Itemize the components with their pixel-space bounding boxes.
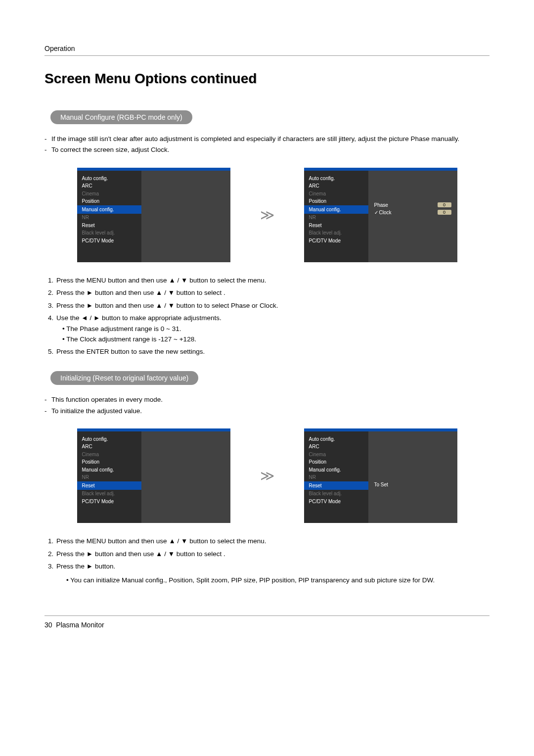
menu-item-selected: Reset: [309, 482, 363, 490]
menu-item: Auto config.: [309, 435, 363, 443]
sub-bullet: • The Phase adjustment range is 0 ~ 31.: [62, 324, 490, 334]
menu-item-selected: Reset: [82, 482, 136, 490]
page-title: Screen Menu Options continued: [44, 71, 490, 87]
menu-item: Reset: [82, 222, 136, 230]
note: • You can initialize Manual config., Pos…: [66, 574, 490, 586]
menu-item: Cinema: [82, 451, 136, 459]
menu-screenshots-row: Auto config. ARC Cinema Position Manual …: [44, 168, 490, 262]
step: Press the ► button. • You can initialize…: [55, 561, 490, 586]
arrow-icon: ≫: [260, 207, 274, 223]
to-set-label: To Set: [374, 482, 451, 487]
step: Press the ► button and then use ▲ / ▼ bu…: [55, 300, 490, 312]
step: Press the MENU button and then use ▲ / ▼…: [55, 275, 490, 286]
menu-item: Black level adj.: [309, 490, 363, 498]
menu-item: NR: [309, 473, 363, 481]
menu-item: Manual config.: [309, 466, 363, 474]
divider: [44, 615, 490, 616]
menu-item: PC/DTV Mode: [82, 237, 136, 245]
step: Press the ► button and then use ▲ / ▼ bu…: [55, 548, 490, 560]
section-header: Operation: [44, 45, 490, 52]
arrow-icon: ≫: [260, 468, 274, 484]
page-footer: 30 Plasma Monitor: [44, 621, 490, 629]
menu-item: Cinema: [309, 190, 363, 198]
menu-box-right: Auto config. ARC Cinema Position Manual …: [304, 428, 457, 523]
phase-label: Phase: [374, 202, 388, 208]
clock-label: Clock: [379, 210, 392, 215]
step: Press the MENU button and then use ▲ / ▼…: [55, 535, 490, 547]
steps-list-1: Press the MENU button and then use ▲ / ▼…: [44, 275, 490, 358]
step: Use the ◄ / ► button to make appropriate…: [55, 312, 490, 344]
menu-item: Black level adj.: [309, 229, 363, 237]
step: Press the ENTER button to save the new s…: [55, 346, 490, 358]
menu-item: Auto config.: [82, 175, 136, 183]
menu-item: ARC: [309, 443, 363, 451]
section-pill-manual-configure: Manual Configure (RGB-PC mode only): [50, 110, 192, 124]
step: Press the ► button and then use ▲ / ▼ bu…: [55, 287, 490, 299]
menu-item: Auto config.: [309, 175, 363, 183]
menu-box-left: Auto config. ARC Cinema Position Manual …: [77, 168, 230, 262]
menu-item: Position: [82, 197, 136, 205]
menu-item: Black level adj.: [82, 490, 136, 498]
phase-value: 0: [438, 202, 451, 207]
menu-item: ARC: [309, 182, 363, 190]
menu-item: NR: [82, 473, 136, 481]
menu-box-right: Auto config. ARC Cinema Position Manual …: [304, 168, 457, 262]
menu-item: Manual config.: [82, 466, 136, 474]
menu-item: Position: [82, 458, 136, 466]
menu-item: Cinema: [309, 451, 363, 459]
menu-item: PC/DTV Mode: [309, 237, 363, 245]
check-icon: ✓: [374, 210, 378, 215]
intro-text: -This function operates in every mode. -…: [44, 395, 490, 416]
menu-item: ARC: [82, 443, 136, 451]
clock-value: 0: [438, 210, 451, 215]
sub-bullet: • The Clock adjustment range is -127 ~ +…: [62, 334, 490, 345]
menu-item: Reset: [309, 222, 363, 230]
menu-item-selected: Manual config.: [82, 206, 136, 214]
menu-item: PC/DTV Mode: [82, 498, 136, 506]
menu-box-left: Auto config. ARC Cinema Position Manual …: [77, 428, 230, 523]
section-pill-initializing: Initializing (Reset to original factory …: [50, 371, 198, 385]
menu-item: Black level adj.: [82, 229, 136, 237]
menu-item: Position: [309, 197, 363, 205]
menu-item: NR: [82, 214, 136, 222]
menu-item: Cinema: [82, 190, 136, 198]
menu-item: Auto config.: [82, 435, 136, 443]
intro-text: - If the image still isn't clear after a…: [44, 134, 490, 155]
menu-item: PC/DTV Mode: [309, 498, 363, 506]
menu-item: ARC: [82, 182, 136, 190]
steps-list-2: Press the MENU button and then use ▲ / ▼…: [44, 535, 490, 586]
menu-item-selected: Manual config.: [309, 206, 363, 214]
menu-item: NR: [309, 214, 363, 222]
divider: [44, 55, 490, 56]
menu-item: Position: [309, 458, 363, 466]
menu-screenshots-row: Auto config. ARC Cinema Position Manual …: [44, 428, 490, 523]
